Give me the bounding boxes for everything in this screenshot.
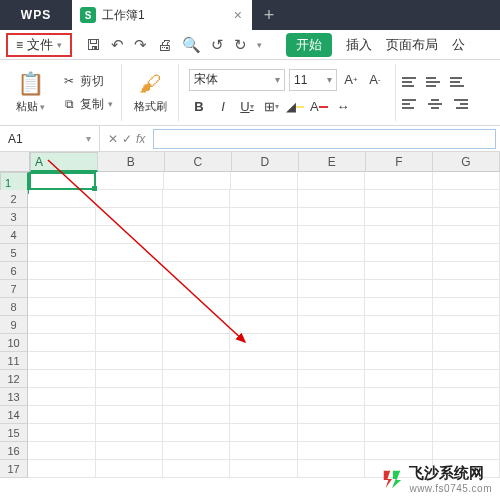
tab-insert[interactable]: 插入	[346, 36, 372, 54]
cell[interactable]	[163, 460, 230, 478]
cell[interactable]	[365, 298, 432, 316]
col-header-F[interactable]: F	[366, 152, 433, 172]
cell[interactable]	[28, 208, 95, 226]
cell[interactable]	[433, 406, 500, 424]
tab-formula[interactable]: 公	[452, 36, 465, 54]
cell[interactable]	[433, 280, 500, 298]
cell[interactable]	[298, 190, 365, 208]
col-header-G[interactable]: G	[433, 152, 500, 172]
row-header-11[interactable]: 11	[0, 352, 28, 370]
cell[interactable]	[365, 190, 432, 208]
align-center-button[interactable]	[426, 96, 444, 112]
qat-dropdown-icon[interactable]: ▾	[257, 40, 262, 50]
cell[interactable]	[163, 262, 230, 280]
formula-input[interactable]	[153, 129, 496, 149]
cell[interactable]	[298, 316, 365, 334]
row-header-8[interactable]: 8	[0, 298, 28, 316]
cell[interactable]	[433, 298, 500, 316]
cell[interactable]	[28, 424, 95, 442]
border-button[interactable]: ⊞▾	[261, 97, 281, 117]
cell[interactable]	[298, 460, 365, 478]
fill-color-button[interactable]: ◢	[285, 97, 305, 117]
fx-icon[interactable]: fx	[136, 132, 145, 146]
align-right-button[interactable]	[450, 96, 468, 112]
cell[interactable]	[230, 208, 297, 226]
cell[interactable]	[163, 388, 230, 406]
bold-button[interactable]: B	[189, 97, 209, 117]
row-header-6[interactable]: 6	[0, 262, 28, 280]
cell[interactable]	[365, 406, 432, 424]
italic-button[interactable]: I	[213, 97, 233, 117]
cell[interactable]	[298, 298, 365, 316]
col-header-B[interactable]: B	[98, 152, 165, 172]
cell[interactable]	[365, 262, 432, 280]
cell[interactable]	[28, 334, 95, 352]
cell[interactable]	[96, 406, 163, 424]
cell[interactable]	[433, 370, 500, 388]
cell[interactable]	[230, 190, 297, 208]
print-icon[interactable]: 🖨	[157, 36, 172, 53]
print-preview-icon[interactable]: 🔍	[182, 36, 201, 54]
cell[interactable]	[164, 172, 231, 190]
row-header-16[interactable]: 16	[0, 442, 28, 460]
cell[interactable]	[298, 388, 365, 406]
cell[interactable]	[28, 262, 95, 280]
cell[interactable]	[230, 298, 297, 316]
cell[interactable]	[28, 280, 95, 298]
cell[interactable]	[163, 190, 230, 208]
align-left-button[interactable]	[402, 96, 420, 112]
tab-layout[interactable]: 页面布局	[386, 36, 438, 54]
cell[interactable]	[96, 262, 163, 280]
cell[interactable]	[365, 208, 432, 226]
col-header-D[interactable]: D	[232, 152, 299, 172]
cell[interactable]	[29, 172, 97, 190]
undo-history-icon[interactable]: ↺	[211, 36, 224, 54]
col-header-A[interactable]: A	[30, 152, 98, 172]
row-header-12[interactable]: 12	[0, 370, 28, 388]
cell[interactable]	[96, 244, 163, 262]
cell[interactable]	[28, 352, 95, 370]
cell[interactable]	[433, 334, 500, 352]
cell[interactable]	[230, 226, 297, 244]
cell[interactable]	[230, 388, 297, 406]
cell[interactable]	[28, 370, 95, 388]
cell[interactable]	[298, 244, 365, 262]
close-icon[interactable]: ×	[234, 7, 242, 23]
cell[interactable]	[96, 424, 163, 442]
cell[interactable]	[230, 370, 297, 388]
cell[interactable]	[96, 298, 163, 316]
cell[interactable]	[298, 352, 365, 370]
cell[interactable]	[433, 388, 500, 406]
cell[interactable]	[365, 172, 432, 190]
cell[interactable]	[298, 406, 365, 424]
select-all-corner[interactable]	[0, 152, 30, 172]
cell[interactable]	[433, 172, 500, 190]
cell[interactable]	[433, 316, 500, 334]
underline-button[interactable]: U▾	[237, 97, 257, 117]
cell[interactable]	[298, 280, 365, 298]
kerning-button[interactable]: ↔	[333, 97, 353, 117]
save-icon[interactable]: 🖫	[86, 36, 101, 53]
cell[interactable]	[96, 172, 163, 190]
cell[interactable]	[365, 442, 432, 460]
workbook-tab[interactable]: S 工作簿1 ×	[72, 0, 252, 30]
cell[interactable]	[433, 352, 500, 370]
col-header-E[interactable]: E	[299, 152, 366, 172]
cell[interactable]	[28, 388, 95, 406]
row-header-9[interactable]: 9	[0, 316, 28, 334]
cell[interactable]	[230, 280, 297, 298]
cell[interactable]	[230, 442, 297, 460]
cell[interactable]	[96, 280, 163, 298]
file-menu-button[interactable]: ≡ 文件 ▾	[6, 33, 72, 57]
cell[interactable]	[96, 460, 163, 478]
row-header-17[interactable]: 17	[0, 460, 28, 478]
align-top-button[interactable]	[402, 74, 420, 90]
row-header-15[interactable]: 15	[0, 424, 28, 442]
cell[interactable]	[163, 208, 230, 226]
cell[interactable]	[365, 334, 432, 352]
cell[interactable]	[298, 172, 365, 190]
cell[interactable]	[163, 280, 230, 298]
cell[interactable]	[28, 316, 95, 334]
cell[interactable]	[365, 388, 432, 406]
cell[interactable]	[96, 334, 163, 352]
